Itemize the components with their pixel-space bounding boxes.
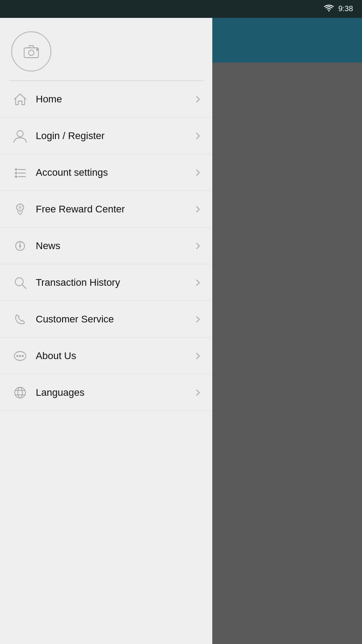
menu-label-about-us: About Us	[31, 350, 193, 362]
menu-item-news[interactable]: News	[0, 228, 212, 264]
menu-item-login-register[interactable]: Login / Register	[0, 118, 212, 154]
menu-item-free-reward-center[interactable]: Free Reward Center	[0, 191, 212, 228]
phone-icon	[9, 308, 31, 330]
svg-point-19	[17, 355, 18, 356]
chevron-right-login	[193, 131, 203, 141]
svg-point-2	[29, 50, 34, 55]
chevron-right-languages	[193, 387, 203, 398]
svg-point-9	[15, 176, 17, 178]
sidebar: Home Login / Register	[0, 18, 212, 644]
menu-item-about-us[interactable]: About Us	[0, 338, 212, 374]
profile-area	[0, 18, 212, 80]
chevron-right-about	[193, 351, 203, 361]
menu-item-languages[interactable]: Languages	[0, 374, 212, 411]
menu-label-account-settings: Account settings	[31, 167, 193, 178]
chevron-right-account	[193, 167, 203, 178]
wifi-icon	[324, 4, 334, 13]
chevron-right-reward	[193, 204, 203, 215]
menu-list: Home Login / Register	[0, 81, 212, 644]
menu-item-account-settings[interactable]: Account settings	[0, 154, 212, 191]
chat-icon	[9, 345, 31, 367]
svg-point-16	[15, 278, 23, 286]
chevron-right-customer-service	[193, 314, 203, 325]
svg-point-7	[15, 172, 17, 174]
menu-label-news: News	[31, 240, 193, 252]
reward-icon	[9, 198, 31, 220]
chevron-right-news	[193, 241, 203, 251]
svg-point-23	[18, 387, 22, 398]
right-panel-top	[212, 18, 362, 63]
menu-label-home: Home	[31, 93, 193, 105]
right-panel-content	[212, 63, 362, 644]
svg-point-4	[17, 131, 23, 137]
svg-point-5	[15, 169, 17, 170]
right-panel	[212, 18, 362, 644]
svg-point-20	[20, 355, 21, 356]
menu-label-languages: Languages	[31, 387, 193, 398]
status-bar: 9:38	[0, 0, 362, 18]
svg-point-22	[15, 387, 25, 398]
search-icon	[9, 271, 31, 294]
home-icon	[9, 88, 31, 110]
avatar-button[interactable]	[11, 31, 51, 72]
menu-item-customer-service[interactable]: Customer Service	[0, 301, 212, 338]
menu-label-customer-service: Customer Service	[31, 314, 193, 325]
user-icon	[9, 125, 31, 147]
menu-item-home[interactable]: Home	[0, 81, 212, 118]
menu-item-transaction-history[interactable]: Transaction History	[0, 264, 212, 301]
menu-label-free-reward-center: Free Reward Center	[31, 203, 193, 215]
chevron-right-home	[193, 94, 203, 105]
status-bar-time: 9:38	[338, 4, 353, 13]
svg-point-3	[37, 49, 38, 51]
chevron-right-transaction	[193, 277, 203, 288]
menu-label-transaction-history: Transaction History	[31, 277, 193, 288]
svg-point-21	[22, 355, 24, 356]
svg-line-17	[22, 285, 26, 288]
list-icon	[9, 161, 31, 184]
globe-icon	[9, 381, 31, 404]
svg-point-0	[328, 10, 329, 12]
main-container: Home Login / Register	[0, 18, 362, 644]
camera-icon	[21, 42, 41, 61]
news-icon	[9, 235, 31, 257]
menu-label-login-register: Login / Register	[31, 130, 193, 142]
